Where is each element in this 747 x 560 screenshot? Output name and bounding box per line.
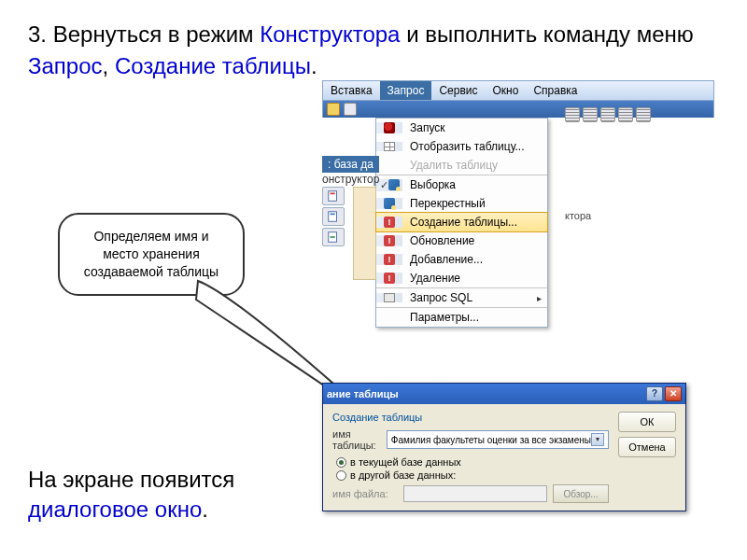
menu-item-vyborka[interactable]: Выборка [376, 175, 547, 194]
dialog-group-label: Создание таблицы [332, 412, 609, 423]
callout-line: Определяем имя и [75, 228, 228, 245]
database-title-fragment: : база да [322, 156, 379, 173]
menu-vstavka[interactable]: Вставка [323, 81, 380, 100]
file-name-label: имя файла: [332, 488, 398, 499]
cancel-button[interactable]: Отмена [618, 437, 676, 457]
crosstab-icon [384, 198, 395, 209]
menu-item-obnovlenie[interactable]: ! Обновление [376, 231, 547, 250]
menu-item-udalenie[interactable]: ! Удаление [376, 269, 547, 287]
shortcut-icon[interactable] [322, 228, 345, 246]
file-name-input [403, 485, 547, 502]
menu-item-sozdanie-tablitsy[interactable]: ! Создание таблицы... [375, 212, 548, 232]
menu-spravka[interactable]: Справка [526, 81, 585, 100]
make-table-icon: ! [384, 217, 395, 228]
create-table-dialog: ание таблицы ? ✕ ОК Отмена Создание табл… [322, 383, 686, 511]
view-icon[interactable] [636, 107, 651, 122]
menu-okno[interactable]: Окно [485, 81, 526, 100]
menu-item-parametry[interactable]: Параметры... [376, 307, 547, 327]
view-icon[interactable] [565, 107, 580, 122]
radio-label: в другой базе данных: [350, 469, 456, 481]
svg-rect-0 [329, 191, 337, 202]
callout-bubble: Определяем имя и место хранения создавае… [58, 213, 245, 296]
menu-item-zapusk[interactable]: Запуск [376, 119, 547, 137]
append-icon: ! [384, 254, 395, 265]
table-name-combo[interactable]: Фамилия факультеты оценки за все экзамен… [387, 430, 609, 449]
toolbar-icon[interactable] [327, 103, 340, 116]
table-icon [384, 142, 395, 151]
table-name-label: имя таблицы: [332, 428, 381, 451]
shortcut-icon[interactable] [322, 187, 345, 205]
toolbar-icon[interactable] [344, 103, 357, 116]
update-icon: ! [384, 235, 395, 246]
view-icon[interactable] [600, 107, 615, 122]
menubar: Вставка Запрос Сервис Окно Справка [322, 80, 714, 101]
list-panel-fragment [353, 187, 376, 280]
svg-rect-1 [331, 193, 335, 195]
ok-button[interactable]: ОК [618, 412, 676, 432]
menu-item-udalit-tablitsu: Удалить таблицу [376, 156, 547, 175]
help-button[interactable]: ? [646, 386, 663, 401]
radio-other-db[interactable]: в другой базе данных: [336, 469, 609, 481]
chevron-down-icon[interactable]: ▾ [591, 433, 604, 446]
radio-current-db[interactable]: в текущей базе данных [336, 456, 609, 468]
svg-rect-3 [331, 214, 335, 216]
menu-item-otobrazit-tablitsu[interactable]: Отобразить таблицу... [376, 137, 547, 156]
callout-line: место хранения [75, 245, 228, 263]
zapros-dropdown-menu: Запуск Отобразить таблицу... Удалить таб… [375, 118, 548, 328]
object-shortcut-buttons [322, 187, 345, 246]
bottom-caption: На экране появится диалоговое окно. [28, 465, 234, 525]
dialog-title: ание таблицы [327, 388, 399, 399]
menu-zapros[interactable]: Запрос [380, 81, 432, 100]
shortcut-icon[interactable] [322, 207, 345, 226]
menu-item-perekrestnyj[interactable]: Перекрестный [376, 194, 547, 213]
run-icon [384, 122, 395, 133]
menu-servis[interactable]: Сервис [431, 81, 485, 100]
menu-item-dobavlenie[interactable]: ! Добавление... [376, 250, 547, 269]
view-icon[interactable] [583, 107, 598, 122]
radio-label: в текущей базе данных [350, 456, 461, 468]
list-view-icons [565, 107, 651, 122]
truncated-label: ктора [565, 210, 591, 221]
table-name-value: Фамилия факультеты оценки за все экзамен… [391, 435, 591, 445]
dialog-titlebar[interactable]: ание таблицы ? ✕ [323, 384, 685, 404]
radio-icon [336, 457, 346, 468]
browse-button: Обзор... [553, 484, 609, 503]
svg-rect-2 [329, 212, 337, 222]
constructor-label-fragment: онструктор [322, 173, 379, 186]
svg-rect-5 [331, 236, 335, 238]
close-button[interactable]: ✕ [665, 386, 682, 401]
view-icon[interactable] [618, 107, 633, 122]
toolbar [322, 101, 714, 118]
radio-icon [336, 470, 346, 481]
query-icon [388, 179, 400, 190]
slide-heading: 3. Вернуться в режим Конструктора и выпо… [28, 19, 719, 81]
menu-item-zapros-sql[interactable]: Запрос SQL [376, 287, 547, 307]
